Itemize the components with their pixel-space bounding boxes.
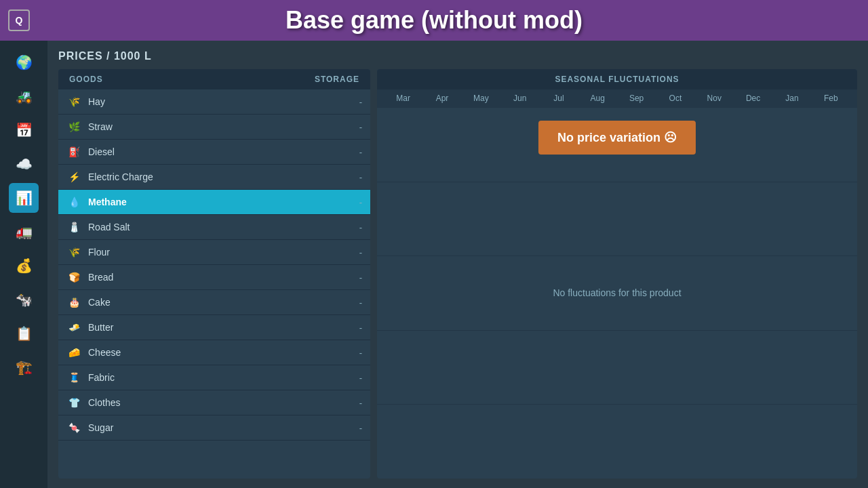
grid-line: [377, 404, 857, 405]
grid-line: [377, 256, 857, 256]
month-label: Mar: [391, 94, 416, 103]
goods-item-storage: -: [349, 323, 362, 333]
grid-line: [377, 330, 857, 331]
goods-item-name: Sugar: [88, 422, 349, 433]
goods-row[interactable]: 🌾Flour-: [58, 240, 370, 265]
goods-item-storage: -: [349, 122, 362, 132]
goods-item-storage: -: [349, 423, 362, 433]
goods-row[interactable]: 🧈Butter-: [58, 315, 370, 340]
stats-icon[interactable]: 📊: [9, 183, 39, 213]
goods-row[interactable]: 🧵Fabric-: [58, 365, 370, 390]
goods-row[interactable]: ⛽Diesel-: [58, 140, 370, 165]
goods-item-storage: -: [349, 197, 362, 207]
animal-icon[interactable]: 🐄: [9, 285, 39, 314]
goods-item-storage: -: [349, 172, 362, 182]
content-area: PRICES / 1000 L GOODS STORAGE 🌾Hay-🌿Stra…: [47, 41, 868, 488]
goods-item-icon: 🌾: [66, 245, 81, 260]
goods-item-icon: ⚡: [66, 169, 81, 184]
goods-item-icon: 🌿: [66, 119, 81, 134]
money-icon[interactable]: 💰: [9, 251, 39, 281]
goods-item-name: Fabric: [88, 372, 349, 383]
calendar-icon[interactable]: 📅: [9, 115, 39, 145]
goods-item-name: Hay: [88, 96, 349, 107]
goods-item-icon: 🌾: [66, 94, 81, 109]
build-icon[interactable]: 🏗️: [9, 352, 39, 382]
main-content: 🌍🚜📅☁️📊🚛💰🐄📋🏗️ PRICES / 1000 L GOODS STORA…: [0, 41, 868, 488]
goods-item-icon: 💧: [66, 195, 81, 209]
goods-item-name: Clothes: [88, 397, 349, 408]
goods-item-storage: -: [349, 348, 362, 358]
goods-item-storage: -: [349, 298, 362, 308]
weather-icon[interactable]: ☁️: [9, 149, 39, 179]
goods-item-name: Diesel: [88, 146, 349, 157]
sidebar: 🌍🚜📅☁️📊🚛💰🐄📋🏗️: [0, 41, 47, 488]
goods-item-name: Road Salt: [88, 222, 349, 232]
goods-row[interactable]: 🍬Sugar-: [58, 415, 370, 441]
goods-item-icon: 🧈: [66, 320, 81, 335]
goods-item-icon: ⛽: [66, 144, 81, 159]
title-bar: Q Base game (without mod): [0, 0, 868, 41]
prices-label: PRICES / 1000 L: [58, 50, 857, 62]
seasonal-panel: SEASONAL FLUCTUATIONS MarAprMayJunJulAug…: [377, 69, 857, 479]
vehicle-icon[interactable]: 🚛: [9, 217, 39, 247]
goods-row[interactable]: 💧Methane-: [58, 190, 370, 215]
month-label: Dec: [741, 94, 766, 103]
no-fluctuations-text: No fluctuations for this product: [553, 287, 681, 298]
month-label: Jun: [508, 94, 532, 103]
goods-row[interactable]: ⚡Electric Charge-: [58, 165, 370, 190]
month-label: Jul: [547, 94, 571, 103]
month-label: Aug: [585, 94, 610, 103]
goods-item-name: Butter: [88, 322, 349, 333]
panels: GOODS STORAGE 🌾Hay-🌿Straw-⛽Diesel-⚡Elect…: [58, 69, 857, 479]
goods-item-name: Cheese: [88, 347, 349, 358]
goods-item-icon: 🧵: [66, 370, 81, 385]
month-label: Sep: [625, 94, 649, 103]
goods-row[interactable]: 👕Clothes-: [58, 390, 370, 415]
goods-row[interactable]: 🧀Cheese-: [58, 340, 370, 365]
goods-header: GOODS STORAGE: [58, 69, 370, 89]
globe-icon[interactable]: 🌍: [9, 47, 39, 77]
grid-line: [377, 107, 857, 108]
goods-item-name: Electric Charge: [88, 171, 349, 182]
no-price-variation: No price variation ☹: [538, 121, 696, 155]
goods-list[interactable]: 🌾Hay-🌿Straw-⛽Diesel-⚡Electric Charge-💧Me…: [58, 89, 370, 479]
goods-item-storage: -: [349, 398, 362, 408]
goods-item-name: Straw: [88, 121, 349, 132]
goods-item-name: Bread: [88, 272, 349, 283]
goods-item-storage: -: [349, 97, 362, 107]
q-badge: Q: [8, 9, 30, 31]
month-label: Apr: [430, 94, 454, 103]
goods-item-storage: -: [349, 247, 362, 258]
goods-panel: GOODS STORAGE 🌾Hay-🌿Straw-⛽Diesel-⚡Elect…: [58, 69, 370, 479]
goods-col-label: GOODS: [69, 75, 103, 84]
goods-item-name: Cake: [88, 297, 349, 308]
goods-row[interactable]: 🌿Straw-: [58, 115, 370, 140]
goods-item-icon: 🎂: [66, 295, 81, 310]
month-label: Feb: [818, 94, 843, 103]
storage-col-label: STORAGE: [315, 75, 359, 84]
goods-item-storage: -: [349, 147, 362, 157]
goods-item-icon: 👕: [66, 395, 81, 410]
goods-item-icon: 🍞: [66, 270, 81, 285]
goods-row[interactable]: 🌾Hay-: [58, 89, 370, 115]
steering-icon[interactable]: 🚜: [9, 81, 39, 111]
goods-item-storage: -: [349, 272, 362, 283]
goods-row[interactable]: 🍞Bread-: [58, 265, 370, 290]
goods-item-storage: -: [349, 373, 362, 383]
goods-item-icon: 🧀: [66, 345, 81, 360]
goods-row[interactable]: 🧂Road Salt-: [58, 215, 370, 240]
goods-item-icon: 🧂: [66, 220, 81, 235]
month-label: Jan: [780, 94, 804, 103]
goods-item-name: Methane: [88, 197, 349, 207]
month-label: Nov: [702, 94, 726, 103]
goods-row[interactable]: 🎂Cake-: [58, 290, 370, 315]
page-title: Base game (without mod): [285, 6, 583, 35]
month-label: Oct: [663, 94, 688, 103]
months-row: MarAprMayJunJulAugSepOctNovDecJanFeb: [377, 89, 857, 107]
month-label: May: [469, 94, 493, 103]
chart-area: No price variation ☹ No fluctuations for…: [377, 107, 857, 479]
goods-item-name: Flour: [88, 247, 349, 258]
seasonal-header: SEASONAL FLUCTUATIONS: [377, 69, 857, 89]
goods-item-storage: -: [349, 222, 362, 232]
list-icon[interactable]: 📋: [9, 319, 39, 348]
